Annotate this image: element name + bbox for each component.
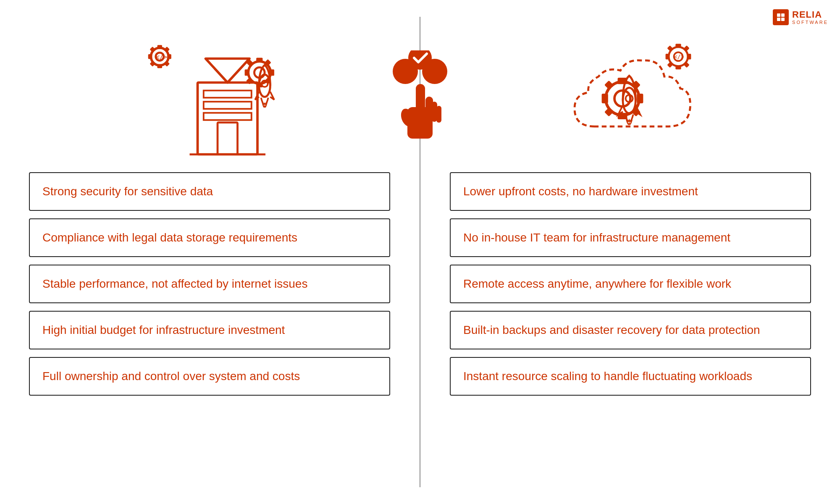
left-feature-5: Full ownership and control over system a… [29, 357, 390, 396]
svg-rect-43 [436, 106, 441, 123]
svg-marker-15 [206, 59, 250, 83]
right-feature-list: Lower upfront costs, no hardware investm… [450, 172, 811, 396]
svg-text:</>: </> [674, 54, 684, 60]
svg-rect-10 [150, 47, 155, 52]
svg-rect-62 [604, 80, 613, 89]
right-feature-4: Built-in backups and disaster recovery f… [450, 311, 811, 349]
svg-rect-49 [666, 54, 670, 59]
svg-rect-6 [158, 45, 162, 49]
svg-rect-16 [198, 83, 258, 155]
left-panel: </> [0, 17, 419, 487]
svg-text:</>: </> [156, 53, 167, 61]
svg-rect-20 [204, 113, 252, 120]
center-divider [419, 17, 421, 487]
svg-rect-48 [675, 66, 681, 70]
svg-rect-3 [781, 18, 785, 21]
left-feature-2: Compliance with legal data storage requi… [29, 218, 390, 257]
svg-rect-47 [675, 44, 681, 48]
logo-icon [773, 9, 789, 25]
right-panel: </> [421, 17, 840, 487]
svg-rect-61 [637, 94, 643, 103]
svg-rect-0 [777, 13, 780, 17]
logo-subtitle: SOFTWARE [792, 20, 828, 25]
left-feature-3: Stable performance, not affected by inte… [29, 265, 390, 303]
svg-rect-12 [150, 61, 155, 66]
svg-rect-60 [602, 94, 608, 103]
svg-rect-2 [777, 18, 780, 21]
svg-rect-17 [218, 123, 238, 155]
svg-rect-8 [148, 54, 152, 59]
svg-rect-25 [256, 58, 262, 63]
svg-rect-19 [204, 102, 252, 109]
cloud-icon-area: </> [446, 25, 815, 164]
main-container: </> [0, 0, 840, 504]
onprem-icon-area: </> [25, 25, 394, 164]
left-feature-4: High initial budget for infrastructure i… [29, 311, 390, 349]
svg-rect-1 [781, 13, 785, 17]
svg-rect-18 [204, 91, 252, 98]
center-hand-icon [382, 50, 458, 157]
hand-svg [382, 50, 458, 155]
svg-rect-50 [687, 54, 691, 59]
svg-rect-7 [158, 64, 162, 68]
right-feature-3: Remote access anytime, anywhere for flex… [450, 265, 811, 303]
logo-text: RELIA SOFTWARE [792, 10, 828, 25]
onprem-svg: </> [130, 32, 289, 158]
left-feature-list: Strong security for sensitive data Compl… [29, 172, 390, 396]
svg-rect-64 [604, 108, 613, 116]
right-feature-1: Lower upfront costs, no hardware investm… [450, 172, 811, 211]
svg-rect-9 [167, 54, 171, 59]
svg-rect-27 [245, 69, 249, 76]
svg-rect-11 [164, 47, 170, 52]
cloud-svg: </> [551, 32, 710, 158]
svg-rect-13 [164, 61, 170, 66]
logo-brand: RELIA [792, 10, 828, 20]
right-feature-2: No in-house IT team for infrastructure m… [450, 218, 811, 257]
left-feature-1: Strong security for sensitive data [29, 172, 390, 211]
right-feature-5: Instant resource scaling to handle fluct… [450, 357, 811, 396]
logo: RELIA SOFTWARE [773, 9, 828, 25]
svg-rect-42 [431, 102, 437, 122]
